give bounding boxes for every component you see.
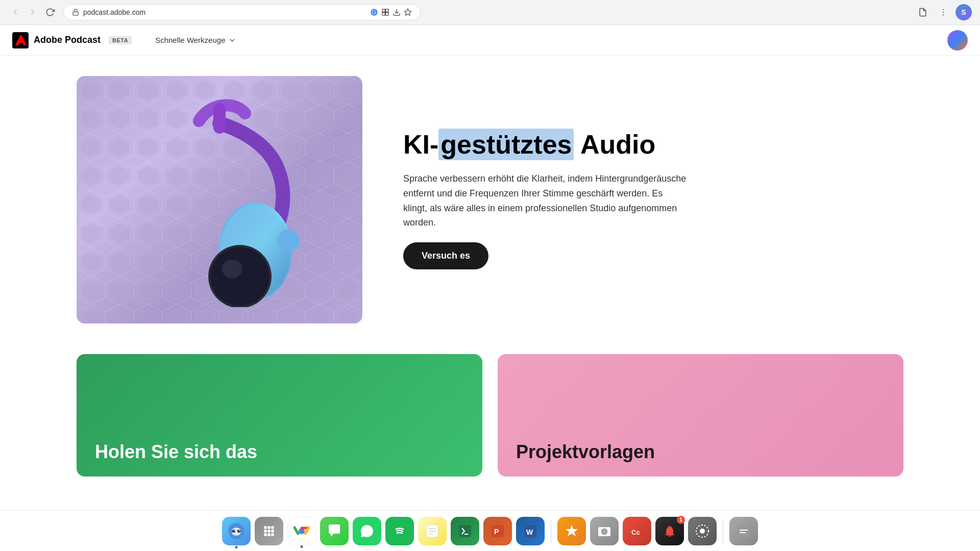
dock-divider-2 xyxy=(723,519,723,543)
nav-buttons xyxy=(8,5,57,19)
user-avatar[interactable] xyxy=(947,30,968,51)
svg-text:P: P xyxy=(494,528,499,536)
dock-notification[interactable]: 1 xyxy=(655,517,684,545)
more-button[interactable] xyxy=(935,4,951,20)
dock-cc[interactable]: Cc xyxy=(623,517,651,545)
page-nav: Adobe Podcast BETA Schnelle Werkzeuge xyxy=(0,25,980,56)
back-button[interactable] xyxy=(8,5,22,19)
dock-photo[interactable] xyxy=(590,517,619,545)
bookmark-icon xyxy=(404,8,412,16)
svg-point-34 xyxy=(264,533,267,536)
svg-point-21 xyxy=(222,260,242,278)
title-part1: KI- xyxy=(403,130,438,159)
svg-point-8 xyxy=(943,9,944,10)
svg-rect-59 xyxy=(740,532,746,533)
notification-badge: 1 xyxy=(677,516,685,524)
svg-rect-0 xyxy=(73,12,79,15)
dock-notes[interactable] xyxy=(418,517,447,545)
dock-powerpoint[interactable]: P xyxy=(483,517,512,545)
launchpad-icon xyxy=(261,523,277,539)
notes-icon xyxy=(425,523,440,539)
adobe-logo-icon xyxy=(12,32,29,48)
brand-text: Adobe Podcast xyxy=(34,35,101,45)
forward-button[interactable] xyxy=(26,5,40,19)
dock-system[interactable] xyxy=(688,517,717,545)
dock-finder[interactable] xyxy=(222,517,251,545)
dock-chrome[interactable] xyxy=(287,517,316,545)
google-icon xyxy=(370,8,378,16)
svg-point-9 xyxy=(943,12,944,13)
dock-calendar[interactable] xyxy=(557,517,586,545)
star-icon xyxy=(564,523,579,539)
card-pink[interactable]: Projektvorlagen xyxy=(498,354,903,477)
dock-whatsapp[interactable] xyxy=(353,517,381,545)
finder2-icon xyxy=(736,523,751,539)
svg-text:Cc: Cc xyxy=(631,529,640,536)
dock-finder2[interactable] xyxy=(729,517,758,545)
svg-point-28 xyxy=(264,526,267,529)
svg-point-24 xyxy=(232,530,235,533)
svg-point-53 xyxy=(602,530,606,534)
svg-rect-15 xyxy=(213,103,226,134)
dock-excel[interactable] xyxy=(451,517,479,545)
dock-messages[interactable] xyxy=(320,517,349,545)
spotify-icon xyxy=(392,523,407,539)
beta-badge: BETA xyxy=(109,36,132,44)
url-text: podcast.adobe.com xyxy=(83,8,145,16)
dock-spotify[interactable] xyxy=(385,517,414,545)
svg-point-33 xyxy=(271,530,274,533)
powerpoint-icon: P xyxy=(490,523,505,539)
svg-rect-5 xyxy=(386,13,388,15)
hero-section: KI-gestütztes Audio Sprache verbessern e… xyxy=(77,76,903,323)
excel-icon xyxy=(457,523,473,539)
svg-point-36 xyxy=(271,533,274,536)
svg-point-26 xyxy=(234,530,235,531)
svg-point-20 xyxy=(210,247,270,306)
svg-rect-58 xyxy=(740,530,748,531)
svg-point-10 xyxy=(943,14,944,15)
svg-rect-4 xyxy=(382,13,385,15)
finder-dot xyxy=(235,546,238,548)
chrome-profile-avatar[interactable]: S xyxy=(955,4,972,20)
cc-icon: Cc xyxy=(629,523,645,539)
svg-marker-50 xyxy=(566,525,578,536)
adobe-logo[interactable]: Adobe Podcast BETA xyxy=(12,32,132,48)
dock-word[interactable]: W xyxy=(516,517,545,545)
card-green[interactable]: Holen Sie sich das xyxy=(77,354,482,477)
svg-rect-3 xyxy=(386,9,388,12)
svg-point-39 xyxy=(393,524,406,538)
svg-point-30 xyxy=(271,526,274,529)
hero-title: KI-gestütztes Audio xyxy=(403,130,903,159)
chrome-icon xyxy=(293,523,310,539)
dock-launchpad[interactable] xyxy=(255,517,283,545)
download-icon xyxy=(393,8,401,16)
dock-divider xyxy=(551,519,551,543)
photo-icon xyxy=(597,523,612,539)
svg-marker-7 xyxy=(404,9,411,15)
svg-point-29 xyxy=(267,526,271,529)
quick-tools-dropdown[interactable]: Schnelle Werkzeuge xyxy=(148,32,243,48)
card-green-title: Holen Sie sich das xyxy=(95,442,257,462)
svg-point-18 xyxy=(277,230,300,252)
try-button[interactable]: Versuch es xyxy=(403,242,488,269)
svg-text:W: W xyxy=(526,528,533,536)
browser-chrome: podcast.adobe.com S xyxy=(0,0,980,25)
nav-menu: Schnelle Werkzeuge xyxy=(148,32,243,48)
extensions-button[interactable] xyxy=(915,4,931,20)
whatsapp-icon xyxy=(359,523,375,539)
messages-icon xyxy=(327,523,342,539)
taskbar: P W Cc 1 xyxy=(0,510,980,551)
address-bar[interactable]: podcast.adobe.com xyxy=(63,4,421,20)
svg-point-25 xyxy=(237,530,240,533)
title-highlight: gestütztes xyxy=(438,129,574,160)
title-part2: Audio xyxy=(574,130,655,159)
hero-text: KI-gestütztes Audio Sprache verbessern e… xyxy=(403,130,903,269)
reload-button[interactable] xyxy=(43,5,57,19)
svg-point-35 xyxy=(267,533,271,536)
svg-rect-2 xyxy=(382,9,385,12)
notification-icon xyxy=(663,524,677,538)
chrome-dot xyxy=(301,545,303,548)
chevron-down-icon xyxy=(228,36,236,44)
svg-point-31 xyxy=(264,530,267,533)
card-pink-title: Projektvorlagen xyxy=(516,442,655,462)
